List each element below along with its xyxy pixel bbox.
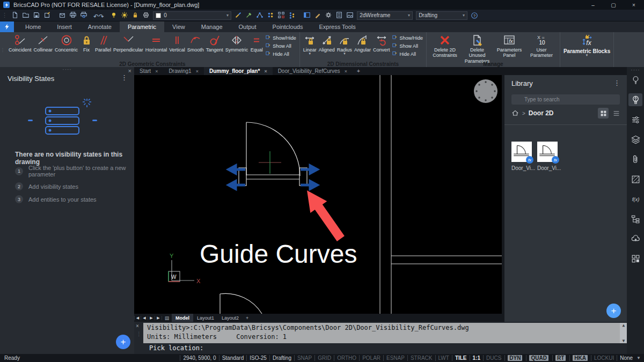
ribbon-button-tangent[interactable]: Tangent	[205, 33, 224, 53]
tab-close-icon[interactable]: ×	[345, 69, 347, 74]
ribbon-tab-annotate[interactable]: Annotate	[80, 21, 120, 32]
status-toggle-none[interactable]: None	[617, 355, 635, 361]
ribbon-tab-view[interactable]: View	[164, 21, 193, 32]
match-props-icon[interactable]	[266, 11, 275, 19]
panel-icon[interactable]	[302, 11, 312, 19]
rail-drag-handle[interactable]: ····	[627, 67, 644, 73]
status-toggle-lockui[interactable]: LOCKUI	[591, 355, 617, 361]
ribbon-button-linear[interactable]: Linear▼	[302, 33, 318, 56]
ribbon-button-collinear[interactable]: Collinear	[33, 33, 54, 53]
open-icon[interactable]	[21, 11, 31, 19]
status-toggle-grid[interactable]: GRID	[314, 355, 334, 361]
layer-print-icon[interactable]	[141, 11, 151, 19]
status-toggle-drafting[interactable]: Drafting	[269, 355, 294, 361]
sheet-icon[interactable]	[334, 11, 344, 19]
ribbon-button-aligned[interactable]: Aligned	[318, 33, 336, 53]
scroll-down-icon[interactable]: ▼	[623, 338, 625, 343]
status-toggle-rt[interactable]: RT	[552, 355, 568, 361]
nodes-icon[interactable]	[255, 11, 265, 19]
document-tab-dummy-floor-plan-[interactable]: Dummy_floor_plan*×	[204, 67, 273, 75]
ribbon-button-user-parameter[interactable]: X =10 User Parameter	[525, 33, 558, 59]
ribbon-tab-insert[interactable]: Insert	[49, 21, 80, 32]
ribbon-grip[interactable]: ⋮	[0, 32, 5, 67]
tab-close-icon[interactable]: ×	[196, 69, 199, 74]
layer-sun-icon[interactable]	[120, 11, 129, 19]
layout-tab-layout1[interactable]: Layout1	[193, 314, 218, 322]
ribbon-button-hide-all[interactable]: Hide All	[392, 50, 423, 57]
library-item[interactable]: fx Door_Vi...	[537, 142, 559, 171]
ribbon-button-perpendicular[interactable]: Perpendicular	[112, 33, 144, 53]
status-toggle-iso-25[interactable]: ISO-25	[246, 355, 269, 361]
bulb-icon[interactable]	[628, 73, 642, 86]
ribbon-tab-express-tools[interactable]: Express Tools	[311, 21, 363, 32]
ribbon-button-equal[interactable]: Equal	[249, 33, 264, 53]
balloon-icon[interactable]	[628, 93, 642, 106]
library-add-button[interactable]: +	[606, 304, 621, 318]
kebab-menu-icon[interactable]: ⋮	[121, 73, 128, 82]
drawing-canvas[interactable]: Y X W Guide Curves	[134, 75, 502, 314]
status-toggle-quad[interactable]: QUAD	[526, 355, 551, 361]
tab-close-icon[interactable]: ×	[264, 69, 267, 74]
fx-icon[interactable]: f(x)	[628, 193, 642, 205]
minimize-button[interactable]: –	[583, 2, 603, 8]
scroll-up-icon[interactable]: ▲	[623, 323, 625, 328]
ribbon-button-parameters-panel[interactable]: fx Parameters Panel	[493, 33, 525, 59]
status-toggle-hka[interactable]: HKA	[569, 355, 590, 361]
ribbon-button-delete-unused-parameters[interactable]: Delete Unused Parameters	[461, 33, 493, 64]
pair-icon[interactable]	[287, 11, 297, 19]
pencil-icon[interactable]	[313, 11, 323, 19]
gear-icon[interactable]	[324, 11, 333, 19]
panel-drag-handle[interactable]: ····	[0, 67, 134, 72]
structure-icon[interactable]	[628, 212, 642, 225]
ribbon-button-delete-2d-constraints[interactable]: Delete 2D Constraints	[429, 33, 461, 59]
layout-tab-model[interactable]: Model	[172, 314, 193, 322]
ribbon-button-horizontal[interactable]: Horizontal	[144, 33, 169, 53]
command-prompt[interactable]: Pick location:	[149, 344, 203, 352]
chevron-down-icon[interactable]: ▼	[635, 356, 644, 360]
layers-icon[interactable]	[628, 133, 642, 146]
command-close-icon[interactable]: ×	[136, 323, 139, 329]
hatch-icon[interactable]	[628, 173, 642, 186]
status-toggle-dyn[interactable]: DYN	[504, 355, 525, 361]
toolbar-grip[interactable]: ⋮	[2, 12, 8, 19]
command-scrollbar[interactable]: ▲ ▼	[620, 323, 627, 343]
ribbon-button-fix[interactable]: Fix	[79, 33, 94, 53]
cloud-icon[interactable]	[628, 232, 642, 245]
breadcrumb-current[interactable]: Door 2D	[529, 109, 554, 117]
application-button[interactable]	[0, 21, 14, 32]
panel-close-icon[interactable]: ×	[128, 68, 131, 74]
layer-lock-icon[interactable]	[130, 11, 140, 19]
print-preview-icon[interactable]	[79, 11, 89, 19]
command-history[interactable]: Visibility>:C:\ProgramData\Bricsys\Compo…	[143, 323, 620, 343]
plot-icon[interactable]	[68, 11, 78, 19]
document-tab-door-visibility-refcurves[interactable]: Door_Visibility_RefCurves×	[273, 67, 353, 75]
document-tab-start[interactable]: Start×	[134, 67, 163, 75]
document-tab-drawing1[interactable]: Drawing1×	[163, 67, 204, 75]
ribbon-button-parametric-blocks[interactable]: fx Parametric Blocks▼	[562, 33, 611, 57]
status-toggle-polar[interactable]: POLAR	[359, 355, 383, 361]
ribbon-tab-manage[interactable]: Manage	[193, 21, 231, 32]
ribbon-button-show-all[interactable]: Show All	[392, 42, 423, 49]
ribbon-button-radius[interactable]: Radius▼	[336, 33, 353, 56]
ribbon-button-coincident[interactable]: Coincident	[8, 33, 33, 53]
ribbon-button-show-all[interactable]: Show All	[265, 42, 296, 49]
status-toggle-esnap[interactable]: ESNAP	[383, 355, 407, 361]
redo-icon[interactable]: ↷	[99, 13, 104, 20]
status-toggle-1-1[interactable]: 1:1	[470, 355, 483, 361]
last-layout-icon[interactable]: ▶	[155, 316, 162, 320]
maximize-button[interactable]: ▢	[603, 2, 624, 8]
new-file-icon[interactable]	[10, 11, 20, 19]
status-toggle-tile[interactable]: TILE	[452, 355, 470, 361]
image-icon[interactable]	[345, 11, 355, 19]
list-view-button[interactable]	[611, 108, 621, 119]
ribbon-button-smooth[interactable]: Smooth	[186, 33, 205, 53]
next-layout-icon[interactable]: ▶	[148, 316, 155, 320]
first-layout-icon[interactable]: ◀	[134, 316, 141, 320]
ribbon-button-parallel[interactable]: Parallel	[94, 33, 112, 53]
help-icon[interactable]: ?	[470, 11, 479, 20]
status-toggle-lwt[interactable]: LWT	[435, 355, 452, 361]
components-icon[interactable]	[628, 252, 642, 265]
status-toggle-standard[interactable]: Standard	[219, 355, 247, 361]
ribbon-button-concentric[interactable]: Concentric	[54, 33, 79, 53]
new-tab-button[interactable]: +	[353, 68, 364, 74]
